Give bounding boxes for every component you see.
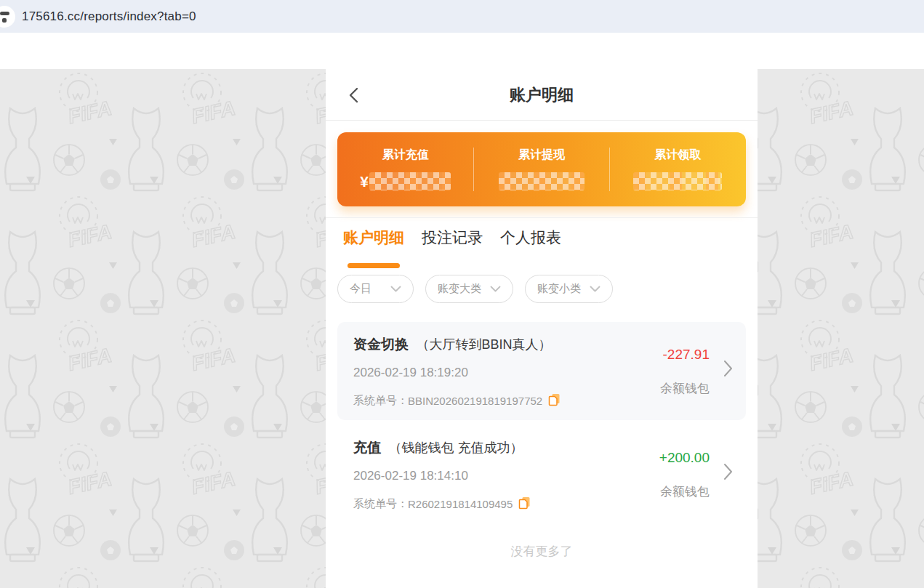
summary-card: 累计充值 ¥ 累计提现 累计领取 bbox=[337, 132, 746, 206]
page-header: 账户明细 bbox=[326, 69, 758, 121]
masked-value bbox=[369, 172, 451, 190]
filter-minor-category-dropdown[interactable]: 账变小类 bbox=[525, 275, 613, 303]
order-number: BBIN202602191819197752 bbox=[408, 395, 542, 407]
chevron-down-icon bbox=[490, 286, 501, 293]
transaction-datetime: 2026-02-19 18:14:10 bbox=[353, 469, 468, 483]
browser-address-bar[interactable]: 175616.cc/reports/index?tab=0 bbox=[0, 0, 924, 33]
divider bbox=[609, 148, 610, 191]
order-number: R2602191814109495 bbox=[408, 498, 513, 510]
transaction-row[interactable]: 资金切换 （大厅转到BBIN真人） 2026-02-19 18:19:20 系统… bbox=[337, 322, 746, 420]
url-text[interactable]: 175616.cc/reports/index?tab=0 bbox=[22, 0, 196, 33]
chevron-down-icon bbox=[590, 286, 600, 293]
order-number-label: 系统单号： bbox=[353, 394, 408, 408]
chevron-right-icon bbox=[721, 358, 734, 382]
order-number-label: 系统单号： bbox=[353, 497, 408, 511]
filter-label: 账变大类 bbox=[438, 282, 481, 296]
transaction-wallet: 余额钱包 bbox=[660, 483, 710, 500]
masked-value bbox=[633, 172, 722, 190]
transaction-title: 充值 bbox=[353, 440, 381, 455]
filter-date-dropdown[interactable]: 今日 bbox=[337, 275, 414, 303]
summary-label: 累计充值 bbox=[382, 148, 429, 163]
site-favicon-icon bbox=[0, 6, 15, 28]
masked-value bbox=[499, 172, 584, 190]
tab-account-detail[interactable]: 账户明细 bbox=[343, 227, 404, 248]
filter-label: 账变小类 bbox=[537, 282, 581, 296]
transaction-wallet: 余额钱包 bbox=[660, 380, 710, 397]
chevron-down-icon bbox=[390, 286, 401, 293]
copy-icon[interactable] bbox=[548, 392, 561, 408]
filter-row: 今日 账变大类 账变小类 bbox=[337, 275, 613, 303]
filter-label: 今日 bbox=[350, 282, 371, 296]
tab-personal-report[interactable]: 个人报表 bbox=[500, 227, 561, 248]
summary-label: 累计领取 bbox=[654, 148, 701, 163]
filter-major-category-dropdown[interactable]: 账变大类 bbox=[425, 275, 513, 303]
no-more-text: 没有更多了 bbox=[326, 543, 758, 560]
browser-toolbar-gap bbox=[0, 33, 924, 69]
transaction-title: 资金切换 bbox=[353, 337, 409, 352]
transaction-subtitle: （大厅转到BBIN真人） bbox=[416, 337, 551, 352]
summary-total-deposit: 累计充值 ¥ bbox=[337, 132, 473, 206]
copy-icon[interactable] bbox=[518, 496, 531, 512]
summary-total-claimed: 累计领取 bbox=[610, 132, 746, 206]
transaction-row[interactable]: 充值 （钱能钱包 充值成功） 2026-02-19 18:14:10 系统单号：… bbox=[337, 425, 746, 527]
transaction-amount: +200.00 bbox=[659, 450, 710, 466]
transaction-amount: -227.91 bbox=[663, 347, 710, 363]
transaction-datetime: 2026-02-19 18:19:20 bbox=[353, 366, 468, 380]
active-tab-indicator bbox=[347, 263, 400, 268]
divider bbox=[326, 217, 758, 218]
transaction-subtitle: （钱能钱包 充值成功） bbox=[388, 440, 523, 455]
summary-label: 累计提现 bbox=[518, 148, 565, 163]
currency-prefix: ¥ bbox=[360, 173, 369, 190]
tab-bet-records[interactable]: 投注记录 bbox=[422, 227, 483, 248]
page-title: 账户明细 bbox=[326, 69, 758, 121]
summary-total-withdraw: 累计提现 bbox=[473, 132, 609, 206]
app-content-column: 账户明细 累计充值 ¥ 累计提现 累计领取 账户明细 投注记录 个人报 bbox=[326, 69, 758, 588]
report-tabs: 账户明细 投注记录 个人报表 bbox=[343, 227, 561, 248]
divider bbox=[473, 148, 474, 191]
chevron-right-icon bbox=[721, 462, 734, 485]
